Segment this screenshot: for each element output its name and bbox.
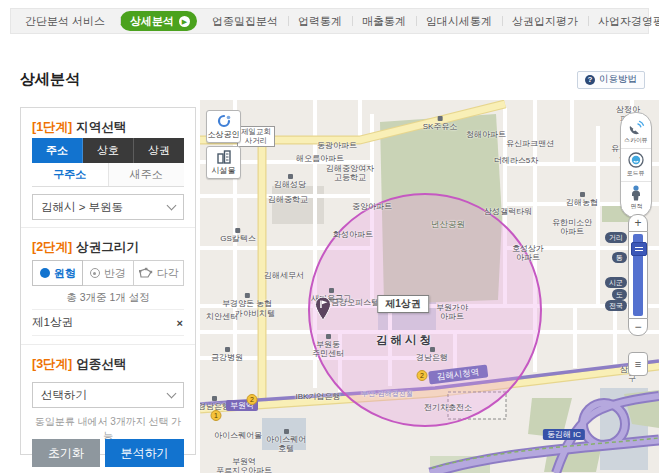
help-button-label: 이용방법 <box>599 73 637 86</box>
tab-0[interactable]: 주소 <box>32 138 83 163</box>
analysis-panel: [1단계] 지역선택 주소상호상권 구주소새주소 김해시 > 부원동 [2단계]… <box>20 107 196 455</box>
nav-item-label: 상세분석 <box>130 14 174 29</box>
draw-tool-label: 반경 <box>104 266 126 281</box>
merchant-swirl-icon <box>216 114 232 128</box>
tab-1[interactable]: 상호 <box>83 138 134 163</box>
draw-tool-2[interactable]: 다각 <box>133 260 184 286</box>
map-canvas[interactable]: 삼정아파트제일교회 사거리SK주유소동광아파트해오름아파트유진크레센트유신파크맨… <box>200 100 659 473</box>
step2-title: 상권그리기 <box>76 239 139 256</box>
page-header: 상세분석 ? 이용방법 <box>20 70 645 89</box>
nav-item-label: 간단분석 서비스 <box>25 14 105 29</box>
map-layer-button-label: 소상공인 <box>208 129 240 140</box>
step1-header: [1단계] 지역선택 <box>32 116 184 138</box>
region-select[interactable]: 김해시 > 부원동 <box>32 194 184 220</box>
address-type-subtabs: 구주소새주소 <box>32 163 184 187</box>
area-count-text: 총 3개중 1개 설정 <box>32 291 184 305</box>
draw-tool-0[interactable]: 원형 <box>32 260 83 286</box>
zoom-in-button[interactable]: + <box>628 214 648 232</box>
zoom-slider-handle[interactable] <box>631 242 647 256</box>
map-view-control-label: 스카이뷰 <box>624 136 647 144</box>
map-view-control-label: 로드뷰 <box>627 169 645 177</box>
legend-button[interactable]: ≡ <box>628 352 648 376</box>
circle-tool-icon <box>40 268 50 278</box>
region-select-value: 김해시 > 부원동 <box>41 200 123 215</box>
question-icon: ? <box>585 75 595 85</box>
industry-select-value: 선택하기 <box>41 388 87 403</box>
step3-title: 업종선택 <box>76 356 126 373</box>
nav-item-7[interactable]: 사업자경영평가 <box>588 9 659 33</box>
map-layer-button-label: 시설물 <box>212 165 236 176</box>
zoom-slider[interactable] <box>628 232 648 318</box>
nav-item-3[interactable]: 업력통계 <box>288 9 352 33</box>
nav-item-0[interactable]: 간단분석 서비스 <box>15 9 115 33</box>
section-divider <box>21 344 195 345</box>
draw-tool-label: 원형 <box>54 266 76 281</box>
radius-tool-icon <box>90 268 100 278</box>
area-person-icon <box>630 185 642 201</box>
map-view-control-0[interactable]: 스카이뷰 <box>621 116 651 148</box>
top-navigation: 간단분석 서비스상세분석▶업종밀집분석업력통계매출통계임대시세통계상권입지평가사… <box>10 8 649 34</box>
step2-badge: [2단계] <box>32 239 72 256</box>
analyze-button[interactable]: 분석하기 <box>105 439 184 467</box>
draw-tool-label: 다각 <box>157 266 179 281</box>
zoom-out-button[interactable]: − <box>628 318 648 336</box>
map-layer-button-0[interactable]: 소상공인 <box>206 110 241 143</box>
step3-header: [3단계] 업종선택 <box>32 353 184 375</box>
nav-item-label: 업력통계 <box>298 14 342 29</box>
reset-button[interactable]: 초기화 <box>32 439 100 467</box>
nav-item-5[interactable]: 임대시세통계 <box>416 9 502 33</box>
subtab-1[interactable]: 새주소 <box>108 163 185 186</box>
roadview-pegman-icon <box>628 152 644 168</box>
industry-note: 동일분류 내에서 3개까지 선택 가능 <box>32 415 184 428</box>
nav-item-label: 상권입지평가 <box>512 14 578 29</box>
draw-tool-1[interactable]: 반경 <box>82 260 133 286</box>
help-button[interactable]: ? 이용방법 <box>577 71 645 89</box>
step1-title: 지역선택 <box>76 119 126 136</box>
address-search-tabs: 주소상호상권 <box>32 138 184 163</box>
map-art <box>200 100 659 473</box>
facility-building-icon <box>216 150 232 164</box>
page-title: 상세분석 <box>20 70 80 89</box>
nav-item-1[interactable]: 상세분석▶ <box>120 11 197 31</box>
map-view-control-1[interactable]: 로드뷰 <box>621 148 651 181</box>
draw-tool-buttons: 원형반경다각 <box>32 260 184 286</box>
map-layer-button-1[interactable]: 시설물 <box>206 146 241 179</box>
map-view-control-2[interactable]: 면적 <box>621 181 651 214</box>
chevron-down-icon <box>167 201 177 211</box>
nav-item-label: 임대시세통계 <box>426 14 492 29</box>
nav-item-6[interactable]: 상권입지평가 <box>502 9 588 33</box>
nav-item-4[interactable]: 매출통계 <box>352 9 416 33</box>
nav-active-arrow-icon: ▶ <box>179 16 190 27</box>
map-view-control-label: 면적 <box>630 202 642 210</box>
step1-badge: [1단계] <box>32 119 72 136</box>
tab-2[interactable]: 상권 <box>134 138 184 163</box>
skyview-dish-icon <box>627 119 645 135</box>
nav-item-label: 매출통계 <box>362 14 406 29</box>
screen: 간단분석 서비스상세분석▶업종밀집분석업력통계매출통계임대시세통계상권입지평가사… <box>0 0 659 473</box>
step2-header: [2단계] 상권그리기 <box>32 236 184 258</box>
section-divider <box>21 227 195 228</box>
nav-item-2[interactable]: 업종밀집분석 <box>202 9 288 33</box>
map-right-controls: 스카이뷰로드뷰면적 <box>620 112 652 218</box>
remove-area-button[interactable]: × <box>176 317 184 329</box>
step3-badge: [3단계] <box>32 356 72 373</box>
industry-select[interactable]: 선택하기 <box>32 382 184 408</box>
trade-area-name: 제1상권 <box>32 315 73 330</box>
trade-area-item: 제1상권 × <box>32 309 184 336</box>
nav-item-label: 사업자경영평가 <box>598 14 659 29</box>
nav-item-label: 업종밀집분석 <box>212 14 278 29</box>
panel-footer: 초기화 분석하기 <box>32 439 184 467</box>
chevron-down-icon <box>167 389 177 399</box>
polygon-tool-icon <box>138 267 153 279</box>
subtab-0[interactable]: 구주소 <box>32 163 108 186</box>
selected-area-label: 제1상권 <box>377 295 429 313</box>
zoom-control: + − <box>628 214 648 336</box>
pin-marker-icon[interactable] <box>314 296 332 325</box>
